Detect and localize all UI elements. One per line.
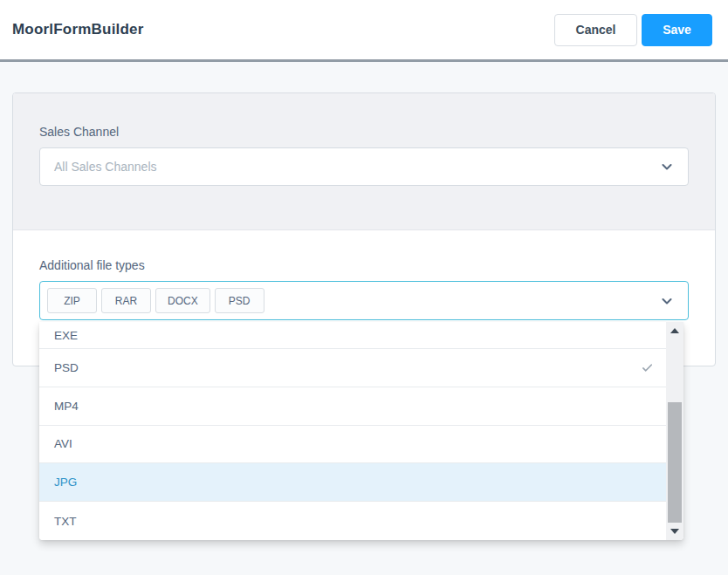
scroll-up-icon[interactable] — [670, 328, 679, 333]
chevron-down-icon — [660, 160, 674, 174]
option-label: TXT — [54, 515, 77, 528]
dropdown-option-jpg[interactable]: JPG — [39, 463, 666, 502]
tag-docx[interactable]: DOCX — [155, 288, 210, 313]
selected-tags: ZIP RAR DOCX PSD — [47, 288, 264, 313]
scrollbar-thumb[interactable] — [668, 402, 682, 523]
dropdown-option-list: EXE PSD MP4 AVI JPG TXT — [39, 322, 666, 540]
content-area: Sales Channel All Sales Channels Additio… — [0, 62, 728, 575]
chevron-down-icon — [660, 294, 674, 308]
dropdown-scrollbar[interactable] — [666, 322, 683, 540]
cancel-button[interactable]: Cancel — [554, 14, 637, 46]
option-label: PSD — [54, 361, 79, 374]
tag-psd[interactable]: PSD — [215, 288, 264, 313]
sales-channel-placeholder: All Sales Channels — [54, 160, 157, 174]
dropdown-option-mp4[interactable]: MP4 — [39, 387, 666, 426]
scroll-down-icon[interactable] — [670, 529, 679, 534]
option-label: JPG — [54, 476, 77, 489]
page-title: MoorlFormBuilder — [12, 21, 144, 38]
file-types-multiselect[interactable]: ZIP RAR DOCX PSD — [39, 281, 689, 320]
check-icon — [641, 361, 654, 374]
option-label: EXE — [54, 329, 78, 342]
file-types-label: Additional file types — [39, 258, 689, 272]
sales-channel-label: Sales Channel — [39, 125, 689, 139]
tag-rar[interactable]: RAR — [101, 288, 151, 313]
header-actions: Cancel Save — [554, 14, 712, 46]
header: MoorlFormBuilder Cancel Save — [0, 0, 728, 59]
sales-channel-select[interactable]: All Sales Channels — [39, 147, 689, 186]
save-button[interactable]: Save — [642, 14, 712, 46]
dropdown-option-exe[interactable]: EXE — [39, 322, 666, 349]
file-types-section: Additional file types ZIP RAR DOCX PSD — [13, 230, 715, 320]
dropdown-option-txt[interactable]: TXT — [39, 502, 666, 540]
sales-channel-section: Sales Channel All Sales Channels — [13, 93, 715, 230]
file-types-dropdown: EXE PSD MP4 AVI JPG TXT — [39, 322, 683, 540]
form-card: Sales Channel All Sales Channels Additio… — [12, 92, 716, 366]
dropdown-option-psd[interactable]: PSD — [39, 349, 666, 387]
option-label: AVI — [54, 437, 72, 450]
tag-zip[interactable]: ZIP — [47, 288, 97, 313]
dropdown-option-avi[interactable]: AVI — [39, 426, 666, 464]
option-label: MP4 — [54, 400, 79, 413]
